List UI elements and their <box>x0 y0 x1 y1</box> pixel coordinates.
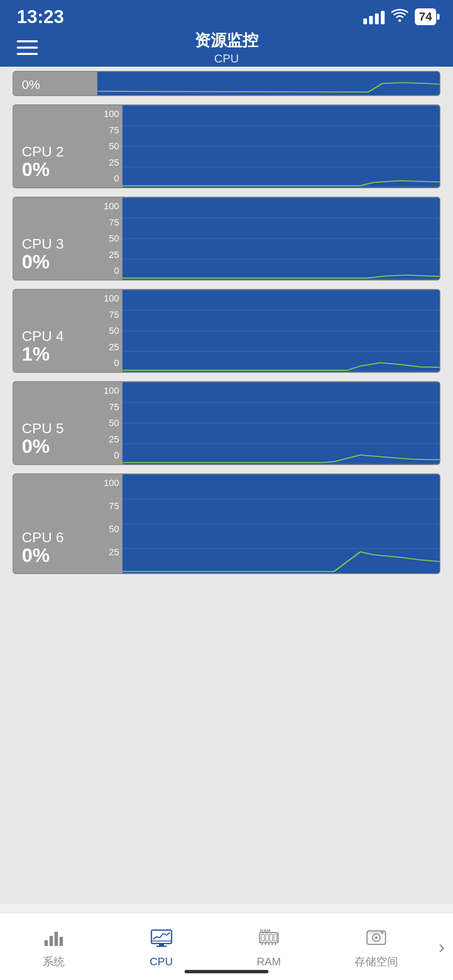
nav-label-ram: RAM <box>257 955 281 968</box>
cpu2-yaxis: 100 75 50 25 0 <box>97 105 122 187</box>
nav-item-cpu[interactable]: CPU <box>107 925 215 968</box>
svg-rect-40 <box>261 934 264 941</box>
nav-label-cpu: CPU <box>150 955 173 968</box>
cpu6-plot <box>122 474 440 573</box>
cpu5-label: CPU 5 0% <box>13 382 97 464</box>
menu-button[interactable] <box>17 40 38 55</box>
nav-item-system[interactable]: 系统 <box>0 924 107 969</box>
cpu3-yaxis: 100 75 50 25 0 <box>97 198 122 280</box>
svg-point-52 <box>375 936 378 939</box>
cpu-card-6: CPU 6 0% 100 75 50 25 <box>13 473 440 574</box>
cpu3-chart: 100 75 50 25 0 <box>97 198 440 280</box>
nav-label-storage: 存储空间 <box>354 954 398 969</box>
cpu-card-3: CPU 3 0% 100 75 50 25 0 <box>13 197 440 281</box>
cpu-nav-icon <box>151 929 172 952</box>
cpu3-label: CPU 3 0% <box>13 198 97 280</box>
svg-text:RAM: RAM <box>260 929 271 933</box>
svg-rect-41 <box>266 934 268 941</box>
wifi-icon <box>391 8 408 26</box>
cpu-card-2: CPU 2 0% 100 75 50 25 0 <box>13 104 440 188</box>
cpu4-plot <box>122 290 440 372</box>
cpu5-chart: 100 75 50 25 0 <box>97 382 440 464</box>
cpu1-partial-chart <box>97 72 440 95</box>
header: 资源监控 CPU <box>0 34 453 67</box>
svg-rect-33 <box>55 932 58 946</box>
header-title: 资源监控 CPU <box>195 30 258 65</box>
svg-rect-34 <box>60 937 63 946</box>
cpu6-yaxis: 100 75 50 25 <box>97 474 122 573</box>
cpu4-chart: 100 75 50 25 0 <box>97 290 440 372</box>
svg-rect-42 <box>270 934 273 941</box>
svg-rect-31 <box>44 940 48 946</box>
cpu3-plot <box>122 198 440 280</box>
cpu6-chart: 100 75 50 25 <box>97 474 440 573</box>
cpu-card-5: CPU 5 0% 100 75 50 25 0 <box>13 381 440 465</box>
signal-icon <box>363 9 385 24</box>
system-icon <box>44 928 64 951</box>
svg-point-54 <box>381 932 383 934</box>
home-indicator <box>185 970 268 973</box>
cpu2-label: CPU 2 0% <box>13 105 97 187</box>
nav-more-button[interactable]: › <box>430 936 453 957</box>
svg-point-0 <box>398 19 401 22</box>
svg-rect-32 <box>49 936 53 946</box>
svg-rect-38 <box>156 946 167 947</box>
cpu5-yaxis: 100 75 50 25 0 <box>97 382 122 464</box>
battery-indicator: 74 <box>415 8 436 25</box>
ram-icon: RAM <box>258 929 280 952</box>
storage-icon <box>365 928 387 951</box>
nav-item-ram[interactable]: RAM RAM <box>215 925 323 968</box>
cpu4-yaxis: 100 75 50 25 0 <box>97 290 122 372</box>
svg-rect-37 <box>159 944 164 946</box>
page-subtitle: CPU <box>195 52 258 65</box>
cpu2-plot <box>122 105 440 187</box>
cpu6-label: CPU 6 0% <box>13 474 97 573</box>
svg-rect-35 <box>151 930 172 944</box>
nav-label-system: 系统 <box>43 954 65 969</box>
scroll-content: 0% CPU 2 0% 100 75 50 25 0 <box>0 67 453 904</box>
status-bar: 13:23 74 <box>0 0 453 34</box>
cpu1-partial-label: 0% <box>13 72 97 95</box>
status-icons: 74 <box>363 8 436 26</box>
cpu5-plot <box>122 382 440 464</box>
cpu-card-partial: 0% <box>13 71 440 96</box>
page-title: 资源监控 <box>195 30 258 51</box>
cpu2-chart: 100 75 50 25 0 <box>97 105 440 187</box>
svg-rect-43 <box>274 934 277 941</box>
nav-item-storage[interactable]: 存储空间 <box>323 924 430 969</box>
cpu4-label: CPU 4 1% <box>13 290 97 372</box>
cpu-card-4: CPU 4 1% 100 75 50 25 0 <box>13 289 440 373</box>
status-time: 13:23 <box>17 6 64 27</box>
